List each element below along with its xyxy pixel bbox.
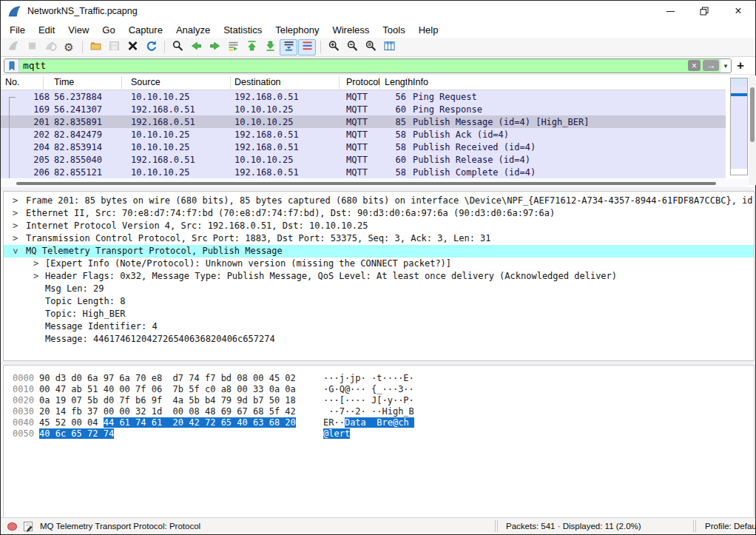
filter-dropdown-button[interactable]: ▾ — [720, 59, 731, 73]
go-to-packet-button[interactable] — [224, 39, 242, 55]
start-capture-button[interactable] — [4, 39, 22, 55]
column-divider[interactable] — [339, 76, 340, 89]
packet-row[interactable]: 20182.835891192.168.0.5110.10.10.25MQTT8… — [1, 115, 726, 128]
minimize-button[interactable] — [653, 1, 687, 21]
restore-button[interactable] — [687, 1, 721, 21]
menu-edit[interactable]: Edit — [32, 23, 61, 37]
vertical-scrollbar-thumb[interactable] — [750, 87, 755, 142]
hex-row[interactable]: 00200a 19 07 5b d0 7f b6 9f 4a 5b b4 79 … — [4, 395, 754, 406]
go-back-button[interactable] — [187, 39, 205, 55]
column-header-length[interactable]: Length — [385, 77, 413, 87]
cell-destination: 10.10.10.25 — [234, 104, 293, 115]
column-header-protocol[interactable]: Protocol — [346, 77, 380, 87]
menu-statistics[interactable]: Statistics — [217, 23, 269, 37]
menu-telephony[interactable]: Telephony — [269, 23, 325, 37]
status-profile[interactable]: Profile: Default — [705, 522, 756, 531]
filter-add-button[interactable]: + — [732, 58, 749, 73]
detail-line[interactable]: Msg Len: 29 — [4, 283, 754, 295]
collapsed-arrow-icon[interactable]: > — [13, 220, 18, 232]
packet-row[interactable]: 20282.84247910.10.10.25192.168.0.51MQTT5… — [1, 128, 726, 141]
detail-line[interactable]: >Frame 201: 85 bytes on wire (680 bits),… — [4, 195, 754, 207]
go-forward-button[interactable] — [206, 39, 223, 55]
menu-go[interactable]: Go — [95, 23, 121, 37]
reload-file-button[interactable] — [142, 39, 160, 55]
restart-capture-button[interactable] — [41, 39, 59, 55]
detail-line[interactable]: Message: 446174612042726540636820406c657… — [4, 333, 754, 346]
zoom-100-button[interactable] — [362, 39, 379, 55]
colorize-button[interactable] — [298, 39, 316, 55]
find-packet-button[interactable] — [169, 39, 186, 55]
zoom-in-button[interactable] — [325, 39, 342, 55]
detail-line[interactable]: >MQ Telemetry Transport Protocol, Publis… — [4, 245, 754, 258]
save-file-button[interactable] — [105, 39, 123, 55]
resize-columns-button[interactable] — [380, 39, 398, 55]
filter-apply-button[interactable]: → — [703, 60, 719, 71]
hex-row[interactable]: 001000 47 ab 51 40 00 7f 06 7b 5f c0 a8 … — [4, 384, 754, 395]
horizontal-scrollbar-thumb[interactable] — [16, 182, 716, 185]
packet-row[interactable]: 16956.241307192.168.0.5110.10.10.25MQTT6… — [1, 103, 726, 115]
display-filter-field[interactable]: × → ▾ — [4, 58, 732, 73]
detail-line[interactable]: Topic: High_BER — [4, 308, 754, 320]
go-last-button[interactable] — [261, 39, 279, 55]
collapsed-arrow-icon[interactable]: > — [13, 195, 18, 207]
open-file-button[interactable] — [87, 39, 104, 55]
expanded-arrow-icon[interactable]: > — [9, 249, 21, 254]
hex-row[interactable]: 004045 52 00 04 44 61 74 61 20 42 72 65 … — [4, 417, 754, 428]
column-divider[interactable] — [43, 76, 44, 89]
menu-view[interactable]: View — [61, 23, 95, 37]
wireshark-window: NetworkNS_Traffic.pcapng × FileEditViewG… — [0, 0, 756, 535]
collapsed-arrow-icon[interactable]: > — [13, 232, 18, 245]
column-header-info[interactable]: Info — [413, 77, 428, 87]
menu-capture[interactable]: Capture — [122, 23, 169, 37]
detail-line[interactable]: >Ethernet II, Src: 70:e8:d7:74:f7:bd (70… — [4, 207, 754, 220]
menu-help[interactable]: Help — [412, 23, 445, 37]
hex-row[interactable]: 003020 14 fb 37 00 00 32 1d 00 08 48 69 … — [4, 406, 754, 417]
hex-ascii: ··7··2· ··High_B — [323, 406, 414, 417]
menu-tools[interactable]: Tools — [376, 23, 411, 37]
hex-row[interactable]: 005040 6c 65 72 74@lert — [4, 428, 754, 440]
menu-analyze[interactable]: Analyze — [169, 23, 217, 37]
detail-line[interactable]: >Internet Protocol Version 4, Src: 192.1… — [4, 220, 754, 232]
column-divider[interactable] — [230, 76, 231, 89]
expert-info-button[interactable] — [7, 522, 17, 531]
zoom-out-button[interactable] — [343, 39, 361, 55]
filter-bookmark-button[interactable] — [4, 59, 19, 73]
zoom-100-icon — [365, 40, 377, 55]
stop-capture-button[interactable] — [23, 39, 41, 55]
packet-row[interactable]: 20582.855040192.168.0.5110.10.10.25MQTT6… — [1, 153, 726, 166]
packet-row[interactable]: 16856.23788410.10.10.25192.168.0.51MQTT5… — [1, 90, 726, 103]
capture-comment-button[interactable] — [23, 521, 34, 532]
detail-line[interactable]: Message Identifier: 4 — [4, 320, 754, 333]
column-header-time[interactable]: Time — [54, 77, 74, 87]
close-file-button[interactable] — [124, 39, 141, 55]
cell-source: 10.10.10.25 — [131, 167, 189, 178]
column-header-destination[interactable]: Destination — [234, 77, 281, 87]
column-divider[interactable] — [407, 76, 408, 89]
close-button[interactable]: × — [721, 1, 755, 21]
horizontal-scrollbar[interactable] — [1, 179, 748, 187]
vertical-scrollbar[interactable] — [749, 75, 756, 185]
detail-line[interactable]: >Header Flags: 0x32, Message Type: Publi… — [4, 270, 754, 283]
auto-scroll-button[interactable] — [280, 39, 297, 55]
stop-capture-icon — [26, 40, 38, 55]
column-header-source[interactable]: Source — [131, 77, 161, 87]
menu-wireless[interactable]: Wireless — [325, 23, 376, 37]
detail-line[interactable]: Topic Length: 8 — [4, 295, 754, 308]
column-header-no[interactable]: No. — [5, 77, 19, 87]
collapsed-arrow-icon[interactable]: > — [13, 207, 18, 220]
collapsed-arrow-icon[interactable]: > — [33, 270, 38, 283]
hex-row[interactable]: 000090 d3 d0 6a 97 6a 70 e8 d7 74 f7 bd … — [4, 373, 754, 384]
collapsed-arrow-icon[interactable]: > — [33, 258, 38, 270]
column-divider[interactable] — [121, 76, 122, 89]
column-divider[interactable] — [379, 76, 380, 89]
capture-options-button[interactable]: ⚙ — [60, 39, 78, 55]
detail-line[interactable]: >[Expert Info (Note/Protocol): Unknown v… — [4, 258, 754, 270]
packet-row[interactable]: 20482.85391410.10.10.25192.168.0.51MQTT5… — [1, 141, 726, 153]
detail-line[interactable]: >Transmission Control Protocol, Src Port… — [4, 232, 754, 245]
display-filter-input[interactable] — [19, 59, 688, 73]
go-first-button[interactable] — [243, 39, 260, 55]
menu-file[interactable]: File — [3, 23, 32, 37]
packet-row[interactable]: 20682.85512110.10.10.25192.168.0.51MQTT5… — [1, 166, 726, 178]
packet-minimap[interactable] — [730, 78, 748, 175]
filter-clear-button[interactable]: × — [688, 60, 701, 71]
